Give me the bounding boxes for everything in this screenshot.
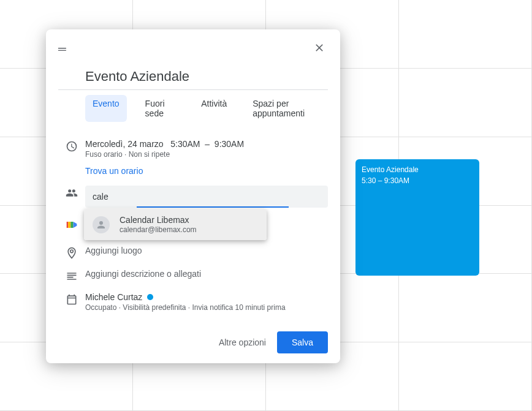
find-time-link[interactable]: Trova un orario [85, 166, 143, 176]
guest-suggestion-dropdown: Calendar Libemax calendar@libemax.com [84, 209, 267, 240]
clock-icon [66, 140, 78, 153]
event-timezone-repeat[interactable]: Fuso orario · Non si ripete [85, 150, 328, 159]
tab-task[interactable]: Attività [194, 95, 234, 122]
person-icon [96, 219, 107, 230]
avatar [93, 216, 110, 233]
event-datetime-line[interactable]: Mercoledì, 24 marzo 5:30AM – 9:30AM [85, 139, 328, 149]
svg-rect-0 [67, 222, 69, 228]
guests-input-wrap[interactable]: Calendar Libemax calendar@libemax.com [85, 186, 328, 208]
grid-cell[interactable] [399, 274, 532, 342]
add-location[interactable]: Aggiungi luogo [85, 246, 328, 255]
calendar-event-block[interactable]: Evento Aziendale 5:30 – 9:30AM [355, 159, 479, 276]
save-button[interactable]: Salva [277, 331, 328, 353]
tab-appointment-slots[interactable]: Spazi per appuntamenti [245, 95, 328, 122]
calendar-icon [66, 293, 78, 306]
add-description[interactable]: Aggiungi descrizione o allegati [85, 269, 328, 279]
grid-cell[interactable] [399, 69, 532, 137]
description-icon [66, 270, 78, 282]
tab-event[interactable]: Evento [85, 95, 127, 122]
event-title-input[interactable]: Evento Aziendale [58, 64, 328, 90]
drag-handle-icon[interactable]: ═ [58, 43, 66, 55]
guest-suggestion-item[interactable]: Calendar Libemax calendar@libemax.com [84, 209, 267, 240]
guests-input[interactable] [93, 192, 321, 202]
event-create-dialog: ═ Evento Aziendale Evento Fuori sede Att… [46, 29, 340, 363]
suggestion-email: calendar@libemax.com [120, 225, 197, 234]
people-icon [66, 187, 78, 199]
grid-cell[interactable] [399, 0, 532, 69]
svg-rect-1 [68, 222, 70, 228]
location-icon [66, 247, 78, 259]
suggestion-name: Calendar Libemax [120, 215, 197, 225]
grid-cell[interactable] [399, 342, 532, 411]
event-block-title: Evento Aziendale [362, 164, 473, 175]
event-block-time: 5:30 – 9:30AM [362, 175, 473, 186]
event-type-tabs: Evento Fuori sede Attività Spazi per app… [58, 95, 328, 122]
close-icon [313, 42, 325, 54]
organizer-name: Michele Curtaz [85, 292, 142, 302]
organizer-status-line[interactable]: Occupato · Visibilità predefinita · Invi… [85, 303, 328, 312]
google-meet-icon [66, 219, 78, 231]
input-focus-underline [137, 206, 289, 208]
svg-marker-3 [74, 222, 77, 228]
svg-rect-2 [70, 222, 73, 228]
more-options-link[interactable]: Altre opzioni [219, 337, 266, 347]
close-button[interactable] [311, 39, 328, 59]
tab-out-of-office[interactable]: Fuori sede [138, 95, 183, 122]
calendar-color-dot[interactable] [147, 294, 153, 300]
